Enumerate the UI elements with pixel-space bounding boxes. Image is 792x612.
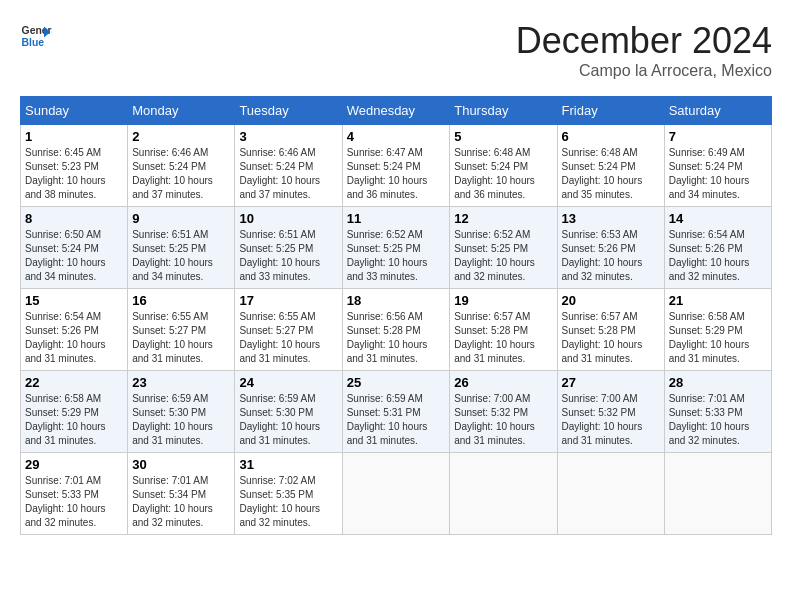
day-number: 4	[347, 129, 446, 144]
location-title: Campo la Arrocera, Mexico	[516, 62, 772, 80]
weekday-header-cell: Wednesday	[342, 97, 450, 125]
day-number: 24	[239, 375, 337, 390]
calendar-day-cell: 5 Sunrise: 6:48 AMSunset: 5:24 PMDayligh…	[450, 125, 557, 207]
day-info: Sunrise: 6:57 AMSunset: 5:28 PMDaylight:…	[454, 311, 535, 364]
day-info: Sunrise: 6:46 AMSunset: 5:24 PMDaylight:…	[132, 147, 213, 200]
day-info: Sunrise: 6:59 AMSunset: 5:30 PMDaylight:…	[132, 393, 213, 446]
day-number: 7	[669, 129, 767, 144]
day-info: Sunrise: 6:57 AMSunset: 5:28 PMDaylight:…	[562, 311, 643, 364]
day-number: 16	[132, 293, 230, 308]
day-number: 29	[25, 457, 123, 472]
day-number: 26	[454, 375, 552, 390]
day-info: Sunrise: 6:49 AMSunset: 5:24 PMDaylight:…	[669, 147, 750, 200]
calendar-day-cell: 17 Sunrise: 6:55 AMSunset: 5:27 PMDaylig…	[235, 289, 342, 371]
calendar-day-cell: 18 Sunrise: 6:56 AMSunset: 5:28 PMDaylig…	[342, 289, 450, 371]
day-number: 21	[669, 293, 767, 308]
calendar-week-row: 29 Sunrise: 7:01 AMSunset: 5:33 PMDaylig…	[21, 453, 772, 535]
calendar-day-cell: 22 Sunrise: 6:58 AMSunset: 5:29 PMDaylig…	[21, 371, 128, 453]
calendar-day-cell: 9 Sunrise: 6:51 AMSunset: 5:25 PMDayligh…	[128, 207, 235, 289]
weekday-header-cell: Saturday	[664, 97, 771, 125]
day-info: Sunrise: 6:48 AMSunset: 5:24 PMDaylight:…	[562, 147, 643, 200]
weekday-header-cell: Monday	[128, 97, 235, 125]
day-info: Sunrise: 6:58 AMSunset: 5:29 PMDaylight:…	[25, 393, 106, 446]
calendar-day-cell: 29 Sunrise: 7:01 AMSunset: 5:33 PMDaylig…	[21, 453, 128, 535]
day-number: 19	[454, 293, 552, 308]
calendar-day-cell: 15 Sunrise: 6:54 AMSunset: 5:26 PMDaylig…	[21, 289, 128, 371]
day-number: 20	[562, 293, 660, 308]
day-info: Sunrise: 6:52 AMSunset: 5:25 PMDaylight:…	[347, 229, 428, 282]
day-number: 8	[25, 211, 123, 226]
day-info: Sunrise: 7:01 AMSunset: 5:33 PMDaylight:…	[669, 393, 750, 446]
calendar-day-cell: 21 Sunrise: 6:58 AMSunset: 5:29 PMDaylig…	[664, 289, 771, 371]
calendar-day-cell: 27 Sunrise: 7:00 AMSunset: 5:32 PMDaylig…	[557, 371, 664, 453]
day-number: 31	[239, 457, 337, 472]
day-number: 15	[25, 293, 123, 308]
day-info: Sunrise: 7:00 AMSunset: 5:32 PMDaylight:…	[562, 393, 643, 446]
day-info: Sunrise: 6:51 AMSunset: 5:25 PMDaylight:…	[239, 229, 320, 282]
day-number: 13	[562, 211, 660, 226]
calendar-day-cell: 4 Sunrise: 6:47 AMSunset: 5:24 PMDayligh…	[342, 125, 450, 207]
calendar-table: SundayMondayTuesdayWednesdayThursdayFrid…	[20, 96, 772, 535]
day-number: 23	[132, 375, 230, 390]
day-number: 5	[454, 129, 552, 144]
day-info: Sunrise: 6:50 AMSunset: 5:24 PMDaylight:…	[25, 229, 106, 282]
calendar-day-cell: 8 Sunrise: 6:50 AMSunset: 5:24 PMDayligh…	[21, 207, 128, 289]
day-number: 30	[132, 457, 230, 472]
calendar-day-cell: 2 Sunrise: 6:46 AMSunset: 5:24 PMDayligh…	[128, 125, 235, 207]
day-info: Sunrise: 6:46 AMSunset: 5:24 PMDaylight:…	[239, 147, 320, 200]
calendar-day-cell: 6 Sunrise: 6:48 AMSunset: 5:24 PMDayligh…	[557, 125, 664, 207]
day-info: Sunrise: 6:52 AMSunset: 5:25 PMDaylight:…	[454, 229, 535, 282]
day-number: 11	[347, 211, 446, 226]
day-info: Sunrise: 7:01 AMSunset: 5:33 PMDaylight:…	[25, 475, 106, 528]
weekday-header-cell: Sunday	[21, 97, 128, 125]
logo: General Blue	[20, 20, 52, 52]
day-number: 6	[562, 129, 660, 144]
calendar-day-cell: 1 Sunrise: 6:45 AMSunset: 5:23 PMDayligh…	[21, 125, 128, 207]
svg-text:Blue: Blue	[22, 37, 45, 48]
day-info: Sunrise: 6:59 AMSunset: 5:30 PMDaylight:…	[239, 393, 320, 446]
calendar-day-cell: 3 Sunrise: 6:46 AMSunset: 5:24 PMDayligh…	[235, 125, 342, 207]
calendar-day-cell: 13 Sunrise: 6:53 AMSunset: 5:26 PMDaylig…	[557, 207, 664, 289]
title-block: December 2024 Campo la Arrocera, Mexico	[516, 20, 772, 80]
calendar-day-cell: 7 Sunrise: 6:49 AMSunset: 5:24 PMDayligh…	[664, 125, 771, 207]
day-number: 1	[25, 129, 123, 144]
day-info: Sunrise: 6:45 AMSunset: 5:23 PMDaylight:…	[25, 147, 106, 200]
calendar-week-row: 15 Sunrise: 6:54 AMSunset: 5:26 PMDaylig…	[21, 289, 772, 371]
calendar-day-cell: 12 Sunrise: 6:52 AMSunset: 5:25 PMDaylig…	[450, 207, 557, 289]
calendar-day-cell: 11 Sunrise: 6:52 AMSunset: 5:25 PMDaylig…	[342, 207, 450, 289]
calendar-day-cell: 19 Sunrise: 6:57 AMSunset: 5:28 PMDaylig…	[450, 289, 557, 371]
weekday-header-cell: Thursday	[450, 97, 557, 125]
calendar-day-cell: 30 Sunrise: 7:01 AMSunset: 5:34 PMDaylig…	[128, 453, 235, 535]
day-number: 9	[132, 211, 230, 226]
day-info: Sunrise: 6:51 AMSunset: 5:25 PMDaylight:…	[132, 229, 213, 282]
calendar-day-cell: 31 Sunrise: 7:02 AMSunset: 5:35 PMDaylig…	[235, 453, 342, 535]
day-number: 10	[239, 211, 337, 226]
calendar-week-row: 8 Sunrise: 6:50 AMSunset: 5:24 PMDayligh…	[21, 207, 772, 289]
day-info: Sunrise: 6:54 AMSunset: 5:26 PMDaylight:…	[669, 229, 750, 282]
day-info: Sunrise: 6:58 AMSunset: 5:29 PMDaylight:…	[669, 311, 750, 364]
day-info: Sunrise: 7:02 AMSunset: 5:35 PMDaylight:…	[239, 475, 320, 528]
calendar-day-cell: 10 Sunrise: 6:51 AMSunset: 5:25 PMDaylig…	[235, 207, 342, 289]
calendar-day-cell: 24 Sunrise: 6:59 AMSunset: 5:30 PMDaylig…	[235, 371, 342, 453]
day-info: Sunrise: 6:55 AMSunset: 5:27 PMDaylight:…	[239, 311, 320, 364]
page-header: General Blue December 2024 Campo la Arro…	[20, 20, 772, 80]
day-info: Sunrise: 6:47 AMSunset: 5:24 PMDaylight:…	[347, 147, 428, 200]
calendar-day-cell	[450, 453, 557, 535]
calendar-day-cell: 16 Sunrise: 6:55 AMSunset: 5:27 PMDaylig…	[128, 289, 235, 371]
day-info: Sunrise: 6:48 AMSunset: 5:24 PMDaylight:…	[454, 147, 535, 200]
calendar-day-cell	[342, 453, 450, 535]
calendar-day-cell: 25 Sunrise: 6:59 AMSunset: 5:31 PMDaylig…	[342, 371, 450, 453]
day-number: 2	[132, 129, 230, 144]
calendar-day-cell: 14 Sunrise: 6:54 AMSunset: 5:26 PMDaylig…	[664, 207, 771, 289]
day-number: 18	[347, 293, 446, 308]
day-info: Sunrise: 6:55 AMSunset: 5:27 PMDaylight:…	[132, 311, 213, 364]
day-number: 27	[562, 375, 660, 390]
weekday-header-row: SundayMondayTuesdayWednesdayThursdayFrid…	[21, 97, 772, 125]
day-info: Sunrise: 6:59 AMSunset: 5:31 PMDaylight:…	[347, 393, 428, 446]
day-number: 25	[347, 375, 446, 390]
logo-icon: General Blue	[20, 20, 52, 52]
month-title: December 2024	[516, 20, 772, 62]
calendar-week-row: 1 Sunrise: 6:45 AMSunset: 5:23 PMDayligh…	[21, 125, 772, 207]
weekday-header-cell: Tuesday	[235, 97, 342, 125]
day-number: 22	[25, 375, 123, 390]
